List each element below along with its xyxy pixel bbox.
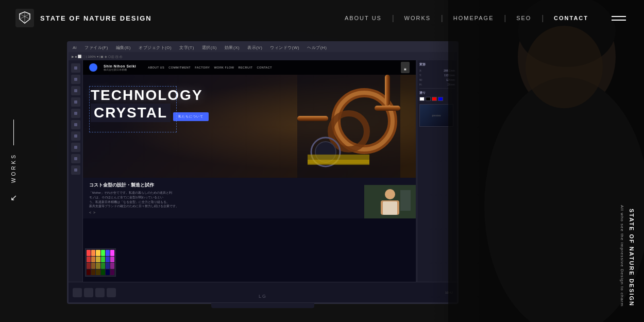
tool-pen[interactable] bbox=[71, 75, 80, 84]
tool-brush[interactable] bbox=[71, 109, 80, 118]
software-toolbar2: ▶ ■ ⬜ ⬚ | 100% ▾ | ▣ ◈ ⬡ ◫ ◳ ◴ bbox=[69, 52, 457, 60]
tool-zoom[interactable] bbox=[71, 120, 80, 129]
person-silhouette bbox=[448, 0, 644, 322]
tool-eyedropper[interactable] bbox=[71, 131, 80, 141]
taskbar-icon-1 bbox=[73, 288, 82, 297]
palette-color-cell[interactable] bbox=[96, 263, 100, 269]
person-area bbox=[448, 0, 644, 322]
palette-color-cell[interactable] bbox=[106, 263, 110, 269]
palette-color-cell[interactable] bbox=[106, 269, 110, 276]
tool-mesh[interactable] bbox=[71, 154, 80, 163]
logo-icon bbox=[15, 9, 34, 27]
toolbar-help[interactable]: ヘルプ(H) bbox=[307, 45, 327, 50]
logo-area[interactable]: STATE OF NATURE DESIGN bbox=[15, 9, 152, 27]
svg-rect-6 bbox=[375, 106, 400, 111]
website-nav-factory: FACTORY bbox=[195, 66, 210, 69]
website-nav-aboutus: ABOUT US bbox=[148, 66, 164, 69]
svg-rect-7 bbox=[385, 75, 390, 106]
website-text-line1: 「Mother」それが全てです。私達の暮らしのための道具と利 bbox=[89, 191, 410, 195]
palette-color-cell[interactable] bbox=[87, 257, 91, 263]
prop-x-label: X: bbox=[419, 69, 422, 72]
toolbar-window[interactable]: ウィンドウ(W) bbox=[270, 45, 299, 50]
screen-bottom-bar: 10:42 bbox=[69, 282, 457, 302]
palette-color-cell[interactable] bbox=[106, 250, 110, 256]
palette-color-cell[interactable] bbox=[110, 257, 114, 263]
palette-color-cell[interactable] bbox=[110, 269, 114, 276]
taskbar-icon-3 bbox=[95, 288, 105, 297]
arrow-next: > bbox=[93, 211, 95, 214]
toolbar-view[interactable]: 表示(V) bbox=[247, 45, 262, 50]
toolbar-effect[interactable]: 効果(X) bbox=[225, 45, 240, 50]
website-logo-text-area: Shin Nihon Seiki 株式会社新日本精機 bbox=[104, 64, 136, 71]
svg-point-22 bbox=[526, 26, 603, 108]
tool-arrow[interactable] bbox=[71, 63, 80, 73]
website-text-line3: う。私達新日本精機は「なる金型」に全力と取り組もる。 bbox=[89, 200, 410, 205]
palette-color-cell[interactable] bbox=[110, 250, 114, 256]
prop-w-label: W: bbox=[419, 78, 422, 81]
palette-color-cell[interactable] bbox=[101, 257, 105, 263]
works-label: WORKS bbox=[11, 153, 16, 183]
nav-about-us[interactable]: ABOUT US bbox=[334, 15, 392, 21]
nav-contact[interactable]: CONTACT bbox=[544, 15, 599, 21]
copper-pipes-svg bbox=[297, 75, 400, 178]
palette-color-cell[interactable] bbox=[91, 269, 95, 276]
hero-text-area: TECHNOLOGY CRYSTAL 私たちについて bbox=[91, 88, 209, 122]
palette-color-cell[interactable] bbox=[101, 263, 105, 269]
nav-homepage[interactable]: HOMEPAGE bbox=[443, 15, 504, 21]
palette-color-cell[interactable] bbox=[101, 250, 105, 256]
header: STATE OF NATURE DESIGN ABOUT US | WORKS … bbox=[0, 0, 644, 36]
palette-color-cell[interactable] bbox=[96, 250, 100, 256]
monitor-stand bbox=[211, 303, 314, 308]
taskbar-icons bbox=[73, 288, 116, 297]
website-nav-btn-text: ▣ bbox=[404, 67, 406, 71]
tool-gradient[interactable] bbox=[71, 143, 80, 152]
prop-h-label: H: bbox=[419, 83, 422, 86]
palette-color-cell[interactable] bbox=[110, 263, 114, 269]
monitor-container: Ai ファイル(F) 編集(E) オブジェクト(O) 文字(T) 選択(S) 効… bbox=[67, 41, 459, 304]
palette-color-cell[interactable] bbox=[87, 263, 91, 269]
toolbar-object[interactable]: オブジェクト(O) bbox=[139, 45, 172, 50]
website-hero: TECHNOLOGY CRYSTAL 私たちについて bbox=[83, 75, 416, 178]
brand-title: STATE OF NATURE DESIGN bbox=[629, 209, 635, 307]
palette-color-cell[interactable] bbox=[96, 269, 100, 276]
palette-color-cell[interactable] bbox=[91, 263, 95, 269]
website-text-line4: 新共支援等ブランドの確立のために日々努力し続ける企業です。 bbox=[89, 204, 410, 209]
hamburger-line-1 bbox=[612, 16, 626, 17]
website-nav-links: ABOUT US COMMITMENT FACTORY WORK FLOW RE… bbox=[148, 66, 272, 69]
logo-text: STATE OF NATURE DESIGN bbox=[40, 14, 152, 22]
software-toolbar: Ai ファイル(F) 編集(E) オブジェクト(O) 文字(T) 選択(S) 効… bbox=[69, 43, 457, 52]
palette-color-cell[interactable] bbox=[96, 257, 100, 263]
toolbar-select[interactable]: 選択(S) bbox=[202, 45, 217, 50]
svg-point-13 bbox=[385, 189, 395, 199]
palette-color-cell[interactable] bbox=[91, 250, 95, 256]
nav-works[interactable]: WORKS bbox=[394, 15, 442, 21]
prop-y-label: Y: bbox=[419, 74, 421, 77]
palette-color-cell[interactable] bbox=[87, 250, 91, 256]
svg-rect-15 bbox=[383, 201, 397, 215]
screen-content: Ai ファイル(F) 編集(E) オブジェクト(O) 文字(T) 選択(S) 効… bbox=[69, 43, 457, 302]
nav-seo[interactable]: SEO bbox=[506, 15, 541, 21]
svg-rect-5 bbox=[297, 116, 328, 121]
website-logo-circle bbox=[89, 63, 97, 72]
tools-sidebar bbox=[69, 60, 83, 284]
website-content-area: コスト金型の設計・製造と試作 「Mother」それが全てです。私達の暮らしのため… bbox=[83, 178, 416, 218]
palette-color-cell[interactable] bbox=[91, 257, 95, 263]
palette-color-cell[interactable] bbox=[101, 269, 105, 276]
svg-rect-11 bbox=[308, 160, 369, 164]
toolbar2-content: ▶ ■ ⬜ ⬚ | 100% ▾ | ▣ ◈ ⬡ ◫ ◳ ◴ bbox=[72, 55, 122, 58]
toolbar-edit[interactable]: 編集(E) bbox=[116, 45, 131, 50]
tool-shape[interactable] bbox=[71, 97, 80, 107]
palette-color-cell[interactable] bbox=[106, 257, 110, 263]
tool-type[interactable] bbox=[71, 86, 80, 95]
toolbar-text[interactable]: 文字(T) bbox=[179, 45, 194, 50]
toolbar-file[interactable]: ファイル(F) bbox=[84, 45, 108, 50]
tool-blend[interactable] bbox=[71, 165, 80, 175]
arrow-prev: < bbox=[89, 211, 91, 214]
palette-color-cell[interactable] bbox=[87, 269, 91, 276]
hamburger-button[interactable] bbox=[609, 13, 629, 23]
website-nav-workflow: WORK FLOW bbox=[214, 66, 234, 69]
hamburger-line-2 bbox=[612, 20, 626, 21]
website-nav-btn: ▣ bbox=[401, 62, 410, 73]
website-nav: Shin Nihon Seiki 株式会社新日本精機 ABOUT US COMM… bbox=[83, 60, 416, 75]
monitor-brand-label: LG bbox=[259, 294, 267, 299]
